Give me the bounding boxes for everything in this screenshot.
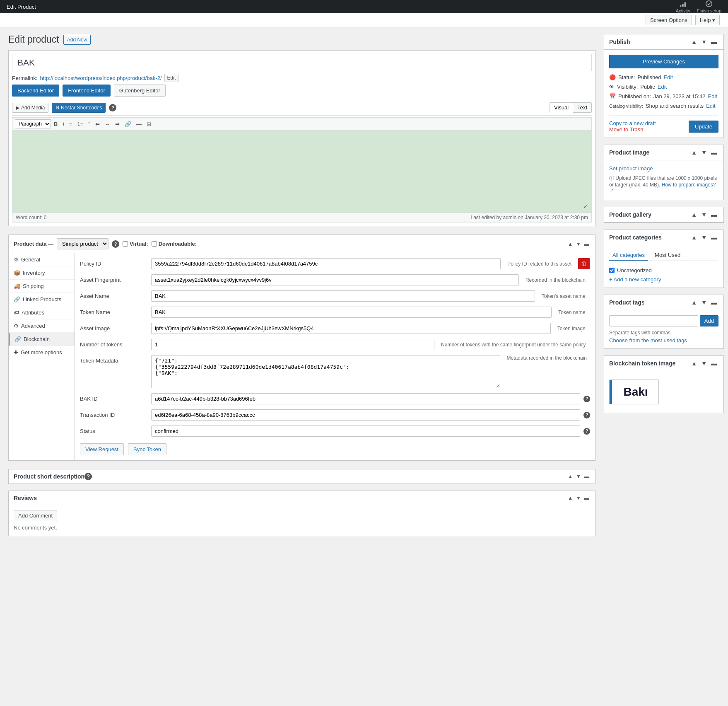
product-image-toggle-btn[interactable]: ▬ bbox=[709, 148, 718, 157]
pd-tab-linked[interactable]: 🔗 Linked Products bbox=[9, 293, 75, 306]
add-new-button[interactable]: Add New bbox=[63, 35, 91, 45]
permalink-link[interactable]: http://localhost/wordpress/index.php/pro… bbox=[40, 75, 162, 81]
add-tag-button[interactable]: Add bbox=[700, 315, 718, 326]
publish-up-btn[interactable]: ▲ bbox=[689, 38, 699, 46]
blockchain-token-toggle-btn[interactable]: ▬ bbox=[709, 359, 718, 368]
finish-setup-button[interactable]: Finish setup bbox=[697, 0, 721, 13]
move-trash-link[interactable]: Move to Trash bbox=[609, 126, 643, 133]
bak-id-input[interactable] bbox=[151, 393, 580, 404]
asset-fingerprint-input[interactable] bbox=[151, 274, 519, 285]
pd-tab-get-more[interactable]: ✚ Get more options bbox=[9, 346, 75, 359]
pd-tab-attributes[interactable]: 🏷 Attributes bbox=[9, 306, 75, 319]
pd-tab-advanced[interactable]: ⚙ Advanced bbox=[9, 319, 75, 333]
set-product-image-link[interactable]: Set product image bbox=[609, 165, 653, 172]
screen-options-button[interactable]: Screen Options bbox=[646, 15, 692, 25]
text-tab[interactable]: Text bbox=[573, 102, 592, 113]
categories-up-btn[interactable]: ▲ bbox=[689, 233, 699, 242]
editor-help-icon[interactable]: ? bbox=[109, 104, 116, 111]
asset-name-input[interactable] bbox=[151, 290, 535, 302]
gutenberg-editor-button[interactable]: Gutenberg Editor bbox=[114, 85, 166, 97]
token-metadata-input[interactable]: {"721": {"3559a222794df3dd8f72e289711d60… bbox=[151, 355, 500, 388]
short-desc-toggle[interactable]: ▬ bbox=[583, 473, 590, 480]
expand-button[interactable]: ⤢ bbox=[583, 203, 588, 209]
product-type-select[interactable]: Simple product bbox=[57, 238, 108, 249]
catalog-edit-link[interactable]: Edit bbox=[706, 103, 715, 109]
pd-tab-general[interactable]: ⚙ General bbox=[9, 253, 75, 266]
preview-changes-button[interactable]: Preview Changes bbox=[609, 55, 718, 68]
list-ol-button[interactable]: 1≡ bbox=[75, 120, 86, 128]
bold-button[interactable]: B bbox=[52, 120, 60, 128]
reviews-up[interactable]: ▲ bbox=[567, 494, 574, 502]
num-tokens-input[interactable] bbox=[151, 339, 434, 350]
editor-content[interactable]: ⤢ bbox=[12, 130, 592, 213]
blockquote-button[interactable]: " bbox=[86, 120, 92, 128]
update-button[interactable]: Update bbox=[689, 121, 718, 133]
sync-token-button[interactable]: Sync Token bbox=[128, 443, 166, 455]
blockchain-token-up-btn[interactable]: ▲ bbox=[689, 359, 699, 368]
tags-input[interactable] bbox=[609, 315, 698, 326]
bak-id-info-icon[interactable]: ? bbox=[583, 396, 590, 402]
published-on-edit-link[interactable]: Edit bbox=[708, 93, 717, 99]
reviews-down[interactable]: ▼ bbox=[575, 494, 582, 502]
toolbar-toggle-button[interactable]: ⊞ bbox=[145, 120, 153, 128]
pd-tab-inventory[interactable]: 📦 Inventory bbox=[9, 266, 75, 280]
align-right-button[interactable]: ➡ bbox=[113, 120, 122, 128]
short-desc-down[interactable]: ▼ bbox=[575, 473, 582, 480]
visual-tab[interactable]: Visual bbox=[550, 102, 573, 113]
short-description-header[interactable]: Product short description ? ▲ ▼ ▬ bbox=[9, 469, 595, 484]
product-image-down-btn[interactable]: ▼ bbox=[699, 148, 709, 157]
product-title-input[interactable] bbox=[12, 54, 592, 71]
most-used-tab[interactable]: Most Used bbox=[651, 250, 684, 261]
copy-draft-link[interactable]: Copy to a new draft bbox=[609, 120, 656, 126]
categories-toggle-btn[interactable]: ▬ bbox=[709, 233, 718, 242]
align-center-button[interactable]: ↔ bbox=[103, 120, 112, 128]
short-desc-up[interactable]: ▲ bbox=[567, 473, 574, 480]
paragraph-select[interactable]: Paragraph bbox=[15, 119, 51, 128]
product-image-up-btn[interactable]: ▲ bbox=[689, 148, 699, 157]
status-input[interactable] bbox=[151, 426, 580, 437]
add-new-category-link[interactable]: + Add a new category bbox=[609, 276, 661, 283]
choose-most-used-link[interactable]: Choose from the most used tags bbox=[609, 337, 687, 343]
italic-button[interactable]: I bbox=[60, 120, 66, 128]
all-categories-tab[interactable]: All categories bbox=[609, 250, 648, 261]
align-left-button[interactable]: ⬅ bbox=[93, 120, 102, 128]
tags-up-btn[interactable]: ▲ bbox=[689, 298, 699, 307]
virtual-checkbox[interactable] bbox=[123, 241, 128, 247]
token-name-input[interactable] bbox=[151, 307, 552, 318]
status-info-icon[interactable]: ? bbox=[583, 428, 590, 435]
gallery-up-btn[interactable]: ▲ bbox=[689, 210, 699, 219]
frontend-editor-button[interactable]: Frontend Editor bbox=[63, 85, 111, 97]
pd-tab-blockchain[interactable]: 🔗 Blockchain bbox=[9, 333, 75, 346]
publish-toggle-btn[interactable]: ▬ bbox=[709, 38, 718, 46]
pd-tab-shipping[interactable]: 🚚 Shipping bbox=[9, 280, 75, 293]
add-comment-button[interactable]: Add Comment bbox=[14, 510, 57, 521]
categories-down-btn[interactable]: ▼ bbox=[699, 233, 709, 242]
backend-editor-button[interactable]: Backend Editor bbox=[12, 85, 59, 97]
policy-id-input[interactable] bbox=[151, 258, 501, 269]
gallery-toggle-btn[interactable]: ▬ bbox=[709, 210, 718, 219]
asset-image-input[interactable] bbox=[151, 323, 551, 334]
tags-down-btn[interactable]: ▼ bbox=[699, 298, 709, 307]
tags-toggle-btn[interactable]: ▬ bbox=[709, 298, 718, 307]
status-edit-link[interactable]: Edit bbox=[664, 74, 673, 80]
read-more-button[interactable]: — bbox=[134, 120, 144, 128]
product-data-help-icon[interactable]: ? bbox=[112, 240, 119, 248]
view-request-button[interactable]: View Request bbox=[80, 443, 124, 455]
reviews-toggle[interactable]: ▬ bbox=[583, 494, 590, 502]
add-media-button[interactable]: ▶ Add Media bbox=[12, 103, 48, 113]
permalink-edit-button[interactable]: Edit bbox=[164, 74, 179, 82]
gallery-down-btn[interactable]: ▼ bbox=[699, 210, 709, 219]
activity-button[interactable]: Activity bbox=[676, 0, 690, 13]
pd-collapse-up[interactable]: ▲ bbox=[567, 240, 574, 248]
transaction-id-info-icon[interactable]: ? bbox=[583, 412, 590, 418]
uncategorized-checkbox[interactable] bbox=[609, 268, 615, 273]
link-button[interactable]: 🔗 bbox=[123, 120, 133, 128]
transaction-id-input[interactable] bbox=[151, 409, 580, 421]
pd-collapse-down[interactable]: ▼ bbox=[575, 240, 582, 248]
blockchain-token-down-btn[interactable]: ▼ bbox=[699, 359, 709, 368]
downloadable-checkbox[interactable] bbox=[152, 241, 157, 247]
visibility-edit-link[interactable]: Edit bbox=[658, 84, 667, 90]
pd-toggle[interactable]: ▬ bbox=[583, 240, 590, 248]
list-button[interactable]: ≡ bbox=[67, 120, 75, 128]
publish-down-btn[interactable]: ▼ bbox=[699, 38, 709, 46]
